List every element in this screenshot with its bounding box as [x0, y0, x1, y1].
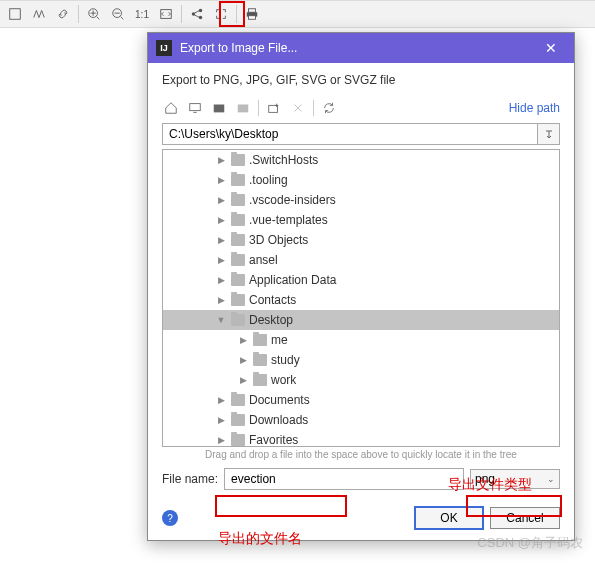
folder-icon: [231, 434, 245, 446]
export-dialog: IJ Export to Image File... ✕ Export to P…: [147, 32, 575, 541]
separator: [181, 5, 182, 23]
path-input[interactable]: [162, 123, 538, 145]
tree-row[interactable]: ▶study: [163, 350, 559, 370]
svg-rect-11: [214, 105, 225, 113]
tree-label: Documents: [249, 393, 310, 407]
folder-icon: [231, 234, 245, 246]
tree-row[interactable]: ▶me: [163, 330, 559, 350]
folder-icon: [231, 154, 245, 166]
tree-arrow-icon[interactable]: ▶: [215, 415, 227, 425]
folder-icon: [231, 394, 245, 406]
history-dropdown-icon[interactable]: [538, 123, 560, 145]
filename-input[interactable]: [224, 468, 464, 490]
tree-arrow-icon[interactable]: ▶: [237, 335, 249, 345]
dialog-titlebar: IJ Export to Image File... ✕: [148, 33, 574, 63]
new-folder-icon[interactable]: [265, 99, 283, 117]
link-icon[interactable]: [52, 3, 74, 25]
svg-rect-7: [249, 9, 256, 13]
separator: [258, 100, 259, 116]
tree-row[interactable]: ▶Contacts: [163, 290, 559, 310]
tree-arrow-icon[interactable]: ▶: [215, 215, 227, 225]
tree-label: .vscode-insiders: [249, 193, 336, 207]
folder-icon: [253, 354, 267, 366]
svg-rect-9: [249, 16, 256, 20]
tree-arrow-icon[interactable]: ▶: [237, 375, 249, 385]
fullscreen-icon[interactable]: [210, 3, 232, 25]
tree-row[interactable]: ▶3D Objects: [163, 230, 559, 250]
tree-arrow-icon[interactable]: ▶: [215, 275, 227, 285]
tree-label: .tooling: [249, 173, 288, 187]
tree-row[interactable]: ▶.vue-templates: [163, 210, 559, 230]
print-icon[interactable]: [241, 3, 263, 25]
tree-row[interactable]: ▶ansel: [163, 250, 559, 270]
dialog-title: Export to Image File...: [180, 41, 536, 55]
tree-arrow-icon[interactable]: ▶: [215, 255, 227, 265]
tree-label: 3D Objects: [249, 233, 308, 247]
extension-value: png: [475, 472, 495, 486]
folder-icon: [231, 254, 245, 266]
tree-arrow-icon[interactable]: ▶: [215, 175, 227, 185]
tree-arrow-icon[interactable]: ▶: [215, 295, 227, 305]
tree-label: ansel: [249, 253, 278, 267]
svg-rect-10: [190, 104, 201, 111]
project-icon[interactable]: [210, 99, 228, 117]
zoom-out-icon[interactable]: [107, 3, 129, 25]
tree-row[interactable]: ▶.SwitchHosts: [163, 150, 559, 170]
separator: [313, 100, 314, 116]
tree-label: work: [271, 373, 296, 387]
tree-row[interactable]: ▶Application Data: [163, 270, 559, 290]
tree-label: Downloads: [249, 413, 308, 427]
tree-row[interactable]: ▶Favorites: [163, 430, 559, 447]
zigzag-icon[interactable]: [28, 3, 50, 25]
tree-row[interactable]: ▶Documents: [163, 390, 559, 410]
separator: [236, 5, 237, 23]
tree-arrow-icon[interactable]: ▶: [215, 435, 227, 445]
cancel-button[interactable]: Cancel: [490, 507, 560, 529]
delete-icon: [289, 99, 307, 117]
dialog-subtitle: Export to PNG, JPG, GIF, SVG or SVGZ fil…: [162, 73, 560, 87]
tree-row[interactable]: ▶.tooling: [163, 170, 559, 190]
svg-rect-0: [10, 9, 21, 20]
tree-arrow-icon[interactable]: ▶: [215, 395, 227, 405]
tree-label: Desktop: [249, 313, 293, 327]
tree-label: me: [271, 333, 288, 347]
ok-button[interactable]: OK: [414, 506, 484, 530]
file-tree[interactable]: ▶.SwitchHosts▶.tooling▶.vscode-insiders▶…: [162, 149, 560, 447]
folder-icon: [231, 194, 245, 206]
share-icon[interactable]: [186, 3, 208, 25]
tree-label: .vue-templates: [249, 213, 328, 227]
home-icon[interactable]: [162, 99, 180, 117]
close-icon[interactable]: ✕: [536, 40, 566, 56]
zoom-fit-icon[interactable]: [4, 3, 26, 25]
tree-row[interactable]: ▼Desktop: [163, 310, 559, 330]
tree-label: .SwitchHosts: [249, 153, 318, 167]
tree-arrow-icon[interactable]: ▶: [215, 235, 227, 245]
nav-toolbar: Hide path: [162, 99, 560, 117]
folder-icon: [253, 334, 267, 346]
tree-row[interactable]: ▶.vscode-insiders: [163, 190, 559, 210]
drag-hint: Drag and drop a file into the space abov…: [162, 447, 560, 462]
tree-row[interactable]: ▶work: [163, 370, 559, 390]
one-to-one-icon[interactable]: 1:1: [131, 3, 153, 25]
tree-arrow-icon[interactable]: ▶: [237, 355, 249, 365]
zoom-in-icon[interactable]: [83, 3, 105, 25]
hide-path-link[interactable]: Hide path: [509, 101, 560, 115]
refresh-icon[interactable]: [320, 99, 338, 117]
folder-icon: [231, 274, 245, 286]
tree-arrow-icon[interactable]: ▶: [215, 155, 227, 165]
filename-label: File name:: [162, 472, 218, 486]
chevron-down-icon: ⌄: [547, 474, 555, 484]
desktop-icon[interactable]: [186, 99, 204, 117]
tree-label: Contacts: [249, 293, 296, 307]
tree-arrow-icon[interactable]: ▼: [215, 315, 227, 325]
tree-label: Favorites: [249, 433, 298, 447]
extension-select[interactable]: png ⌄: [470, 469, 560, 489]
background-toolbar: 1:1: [0, 0, 595, 28]
app-icon: IJ: [156, 40, 172, 56]
tree-row[interactable]: ▶Downloads: [163, 410, 559, 430]
separator: [78, 5, 79, 23]
help-icon[interactable]: ?: [162, 510, 178, 526]
tree-arrow-icon[interactable]: ▶: [215, 195, 227, 205]
folder-icon: [231, 314, 245, 326]
fit-window-icon[interactable]: [155, 3, 177, 25]
